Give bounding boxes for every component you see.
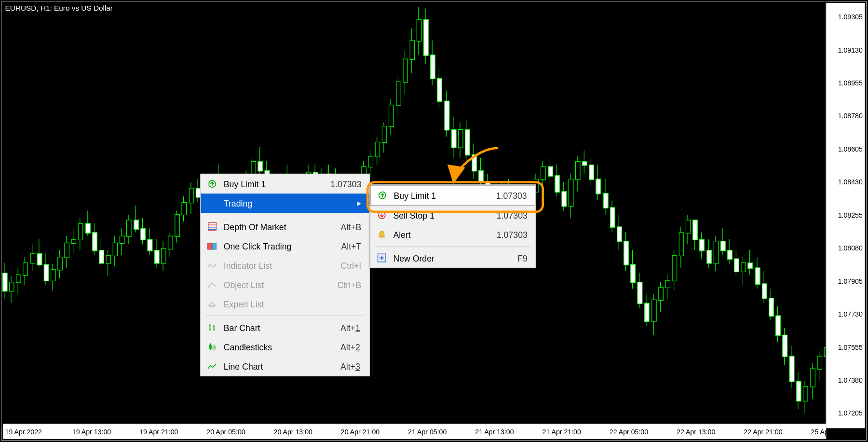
trading-submenu[interactable]: Buy Limit 1 1.07303 Sell Stop 1 1.07303 … [370,184,536,268]
menu-one-click-trading[interactable]: One Click Trading Alt+T [201,236,369,256]
bell-icon [374,230,390,239]
object-icon [204,281,220,289]
up-arrow-circle-icon [204,180,220,189]
plus-square-icon [374,253,390,262]
expert-icon [204,300,220,308]
menu-trading[interactable]: Trading ▸ [201,193,369,213]
menu-depth-of-market[interactable]: Depth Of Market Alt+B [201,217,369,236]
line-chart-icon [204,362,220,370]
up-arrow-circle-icon [374,191,390,200]
menu-buy-limit-header[interactable]: Buy Limit 1 1.07303 [201,174,369,193]
candlestick-icon [204,342,220,351]
menu-indicator-list: Indicator List Ctrl+I [201,256,369,275]
submenu-buy-limit[interactable]: Buy Limit 1 1.07303 [370,185,535,205]
menu-line-chart[interactable]: Line Chart Alt+3 [201,357,369,376]
context-menu[interactable]: Buy Limit 1 1.07303 Trading ▸ Depth Of M… [200,174,370,376]
down-arrow-circle-icon [374,211,390,220]
menu-candlesticks[interactable]: Candlesticks Alt+2 [201,337,369,357]
bar-chart-icon [204,323,220,332]
chevron-right-icon: ▸ [339,198,361,208]
menu-bar-chart[interactable]: Bar Chart Alt+1 [201,318,369,337]
price-axis: 1.093051.091301.089551.087801.086051.084… [826,3,865,428]
submenu-new-order[interactable]: New Order F9 [370,248,535,267]
time-axis: 19 Apr 202219 Apr 13:0019 Apr 21:0020 Ap… [3,424,826,439]
svg-rect-6 [212,243,216,249]
submenu-sell-stop[interactable]: Sell Stop 1 1.07303 [370,206,535,225]
indicator-icon [204,262,220,270]
menu-expert-list: Expert List [201,294,369,314]
menu-object-list: Object List Ctrl+B [201,275,369,294]
svg-rect-5 [208,243,212,249]
depth-icon [204,222,220,231]
submenu-alert[interactable]: Alert 1.07303 [370,225,535,244]
one-click-icon [204,241,220,250]
